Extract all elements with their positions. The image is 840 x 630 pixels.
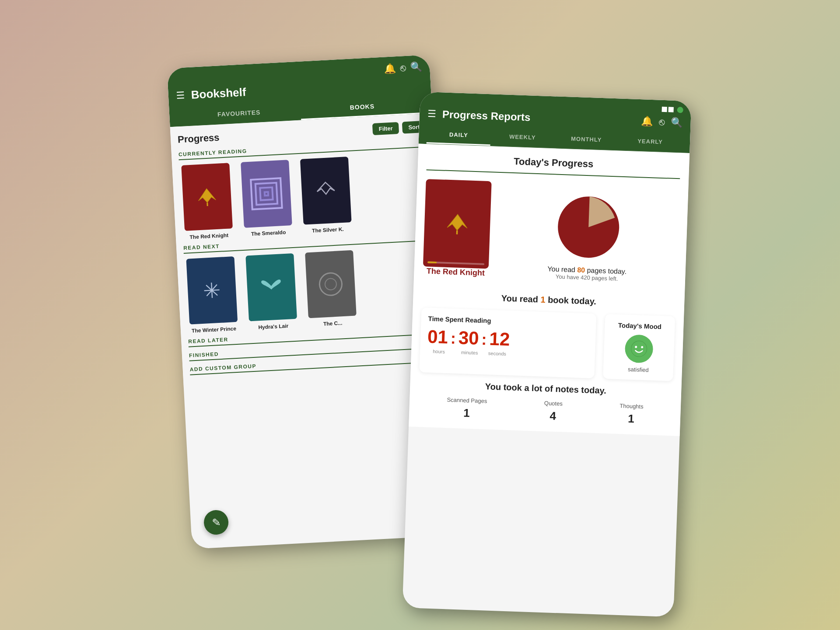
time-spent-title: Time Spent Reading bbox=[428, 315, 589, 328]
mood-card: Today's Mood satisfied bbox=[603, 314, 675, 381]
pages-text-prefix: You read bbox=[547, 265, 575, 273]
read-next-row: ✳ The Winter Prince Hydra's Lair bbox=[184, 246, 436, 334]
today-progress-title: Today's Progress bbox=[427, 153, 681, 179]
thoughts-label: Thoughts bbox=[620, 402, 644, 410]
book-cover-red-knight bbox=[181, 163, 233, 231]
book-card-smeraldo[interactable]: The Smeraldo bbox=[238, 160, 295, 238]
notification-icon-p2[interactable]: 🔔 bbox=[641, 116, 653, 127]
book-card-red-knight[interactable]: The Red Knight bbox=[179, 163, 235, 241]
svg-point-5 bbox=[557, 196, 620, 259]
silver-knight-icon bbox=[312, 178, 340, 203]
notes-title: You took a lot of notes today. bbox=[419, 379, 672, 398]
time-hours: 01 bbox=[427, 327, 448, 346]
pages-unit: pages bbox=[587, 266, 606, 275]
status-sq-1 bbox=[662, 107, 667, 112]
quotes-stat: Quotes 4 bbox=[543, 400, 563, 423]
thoughts-value: 1 bbox=[619, 412, 643, 426]
filter-sort-controls: Filter Sort bbox=[372, 121, 426, 135]
books-today-text: You read 1 book today. bbox=[422, 290, 676, 309]
label-seconds: seconds bbox=[488, 350, 506, 356]
books-count: 1 bbox=[540, 294, 548, 304]
notification-icon[interactable]: 🔔 bbox=[384, 63, 396, 74]
search-icon[interactable]: 🔍 bbox=[410, 61, 422, 73]
book-title-winter-prince: The Winter Prince bbox=[192, 326, 237, 334]
label-minutes: minutes bbox=[456, 350, 483, 356]
thoughts-stat: Thoughts 1 bbox=[619, 402, 644, 426]
book-card-hydras-lair[interactable]: Hydra's Lair bbox=[243, 253, 300, 331]
book-cover-hydras-lair bbox=[245, 253, 297, 322]
label-hours: hours bbox=[427, 348, 451, 354]
book-cover-silver bbox=[300, 157, 352, 225]
svg-marker-0 bbox=[198, 188, 216, 203]
book-title-hydras-lair: Hydra's Lair bbox=[258, 323, 289, 331]
wings-icon bbox=[258, 276, 285, 299]
progress-title: Progress bbox=[177, 132, 220, 145]
search-icon-p2[interactable]: 🔍 bbox=[671, 117, 683, 129]
status-dot bbox=[677, 107, 683, 113]
notes-stats: Scanned Pages 1 Quotes 4 Thoughts 1 bbox=[418, 396, 672, 427]
book-progress-fill bbox=[427, 261, 437, 263]
menu-icon-p2[interactable]: ☰ bbox=[427, 108, 437, 120]
mood-title: Today's Mood bbox=[618, 322, 662, 330]
scanned-pages-value: 1 bbox=[446, 406, 487, 420]
progress-pie-chart bbox=[552, 191, 624, 263]
phone2-header: ☰ Progress Reports 🔔 ⎋ 🔍 DAILY WEEKLY MO… bbox=[419, 92, 692, 154]
time-seconds: 12 bbox=[489, 329, 510, 349]
book-cover-large-red-knight bbox=[423, 179, 492, 269]
share-icon-p2[interactable]: ⎋ bbox=[659, 116, 665, 128]
filter-button[interactable]: Filter bbox=[372, 122, 399, 135]
mood-smile-icon bbox=[630, 340, 648, 358]
svg-marker-3 bbox=[447, 214, 468, 231]
time-display: 01 : 30 : 12 bbox=[427, 327, 588, 352]
tab-monthly[interactable]: MONTHLY bbox=[554, 130, 618, 150]
tab-yearly[interactable]: YEARLY bbox=[618, 132, 682, 152]
pages-count: 80 bbox=[577, 266, 587, 274]
currently-reading-row: The Red Knight The Smeraldo bbox=[179, 153, 431, 241]
scanned-pages-label: Scanned Pages bbox=[447, 396, 487, 404]
pie-container: You read 80 pages today. You have 420 pa… bbox=[497, 189, 679, 284]
stats-row: Time Spent Reading 01 : 30 : 12 hours mi… bbox=[419, 308, 675, 381]
book-card-silver[interactable]: The Silver K. bbox=[298, 157, 354, 234]
quotes-value: 4 bbox=[543, 409, 562, 423]
book-title-red-knight: The Red Knight bbox=[189, 232, 228, 241]
svg-marker-2 bbox=[317, 182, 335, 194]
red-knight-large-icon bbox=[439, 209, 475, 239]
red-knight-icon bbox=[191, 184, 223, 210]
books-today-prefix: You read bbox=[501, 293, 538, 304]
books-unit: book bbox=[548, 295, 569, 305]
tab-weekly[interactable]: WEEKLY bbox=[490, 127, 555, 148]
status-squares bbox=[662, 107, 674, 112]
time-minutes: 30 bbox=[458, 329, 479, 348]
quotes-label: Quotes bbox=[544, 400, 563, 407]
book-progress-row: The Red Knight You read bbox=[423, 179, 680, 291]
book-title-silver: The Silver K. bbox=[312, 226, 344, 234]
star-icon: ✳ bbox=[203, 278, 221, 303]
status-sq-2 bbox=[668, 107, 673, 112]
book-card-winter-prince[interactable]: ✳ The Winter Prince bbox=[184, 256, 240, 334]
mood-label: satisfied bbox=[628, 366, 649, 373]
book-title-smeraldo: The Smeraldo bbox=[251, 229, 286, 237]
share-icon[interactable]: ⎋ bbox=[400, 62, 406, 74]
edit-fab[interactable]: ✎ bbox=[203, 510, 229, 536]
phone1-body: Progress Filter Sort CURRENTLY READING bbox=[170, 113, 446, 388]
svg-point-6 bbox=[631, 341, 647, 357]
book-cover-mystery bbox=[305, 250, 357, 318]
time-colon-1: : bbox=[450, 329, 456, 347]
books-today-suffix: today. bbox=[571, 296, 596, 306]
book-card-mystery[interactable]: The C... bbox=[303, 250, 359, 328]
pages-today-text: today. bbox=[608, 267, 626, 275]
circle-design bbox=[318, 272, 343, 297]
time-colon-2: : bbox=[481, 330, 487, 349]
menu-icon[interactable]: ☰ bbox=[176, 90, 185, 102]
phone2-app-title: Progress Reports bbox=[442, 108, 636, 127]
book-progress-bar bbox=[427, 261, 484, 265]
phone2-progress: ☰ Progress Reports 🔔 ⎋ 🔍 DAILY WEEKLY MO… bbox=[402, 92, 692, 617]
mood-face bbox=[624, 334, 653, 363]
phone2-body: Today's Progress The Red Knight bbox=[409, 144, 690, 436]
scanned-pages-stat: Scanned Pages 1 bbox=[446, 396, 487, 420]
book-cover-smeraldo bbox=[241, 160, 292, 228]
book-cover-winter-prince: ✳ bbox=[186, 256, 238, 325]
time-card: Time Spent Reading 01 : 30 : 12 hours mi… bbox=[419, 308, 596, 378]
book-title-mystery: The C... bbox=[323, 320, 343, 327]
tab-daily[interactable]: DAILY bbox=[427, 125, 491, 146]
